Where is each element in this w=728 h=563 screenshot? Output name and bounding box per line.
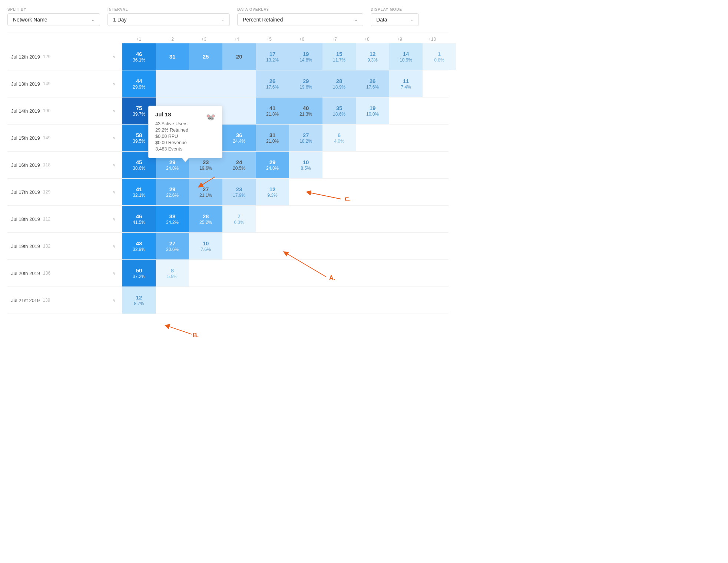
data-cell[interactable] <box>423 233 456 259</box>
row-expand-chevron-icon[interactable]: ∨ <box>113 109 116 113</box>
data-cell[interactable] <box>222 233 256 259</box>
data-cell[interactable]: 2721.1% <box>189 179 222 205</box>
data-cell[interactable]: 2720.6% <box>156 233 189 259</box>
row-expand-chevron-icon[interactable]: ∨ <box>113 82 116 86</box>
data-cell[interactable] <box>222 70 256 97</box>
data-cell[interactable] <box>189 287 222 314</box>
data-cell[interactable]: 128.7% <box>122 287 156 314</box>
row-expand-chevron-icon[interactable]: ∨ <box>113 217 116 222</box>
data-cell[interactable] <box>423 125 456 151</box>
data-cell[interactable] <box>256 260 289 287</box>
data-cell[interactable]: 2922.6% <box>156 179 189 205</box>
data-cell[interactable] <box>389 179 423 205</box>
data-cell[interactable] <box>389 233 423 259</box>
row-expand-chevron-icon[interactable]: ∨ <box>113 244 116 249</box>
data-cell[interactable] <box>389 206 423 232</box>
data-cell[interactable]: 2617.6% <box>256 70 289 97</box>
row-expand-chevron-icon[interactable]: ∨ <box>113 54 116 59</box>
data-cell[interactable] <box>289 233 322 259</box>
data-cell[interactable]: 5037.2% <box>122 260 156 287</box>
data-cell[interactable] <box>423 152 456 178</box>
data-cell[interactable] <box>289 206 322 232</box>
data-cell[interactable] <box>322 260 356 287</box>
data-cell[interactable]: 4636.1% <box>122 43 156 70</box>
data-cell[interactable] <box>389 97 423 124</box>
data-cell[interactable]: 2420.5% <box>222 152 256 178</box>
data-cell[interactable]: 10.8% <box>423 43 456 70</box>
data-cell[interactable]: 85.9% <box>156 260 189 287</box>
overlay-dropdown[interactable]: Percent Retained ⌄ <box>237 13 363 26</box>
data-cell[interactable] <box>156 287 189 314</box>
interval-dropdown[interactable]: 1 Day ⌄ <box>107 13 230 26</box>
data-cell[interactable] <box>256 233 289 259</box>
data-cell[interactable]: 4332.9% <box>122 233 156 259</box>
data-cell[interactable] <box>322 233 356 259</box>
data-cell[interactable]: 64.0% <box>322 125 356 151</box>
data-cell[interactable]: 107.6% <box>189 233 222 259</box>
data-cell[interactable] <box>289 260 322 287</box>
data-cell[interactable]: 3121.0% <box>256 125 289 151</box>
data-cell[interactable]: 1914.8% <box>289 43 322 70</box>
data-cell[interactable] <box>423 260 456 287</box>
data-cell[interactable] <box>189 70 222 97</box>
data-cell[interactable]: 4132.1% <box>122 179 156 205</box>
data-cell[interactable] <box>189 260 222 287</box>
data-cell[interactable]: 117.4% <box>389 70 423 97</box>
data-cell[interactable]: 108.5% <box>289 152 322 178</box>
data-cell[interactable] <box>322 287 356 314</box>
data-cell[interactable] <box>356 206 389 232</box>
data-cell[interactable] <box>322 152 356 178</box>
data-cell[interactable]: 129.3% <box>356 43 389 70</box>
data-cell[interactable] <box>423 70 456 97</box>
data-cell[interactable]: 1511.7% <box>322 43 356 70</box>
data-cell[interactable] <box>389 260 423 287</box>
data-cell[interactable] <box>356 287 389 314</box>
row-expand-chevron-icon[interactable]: ∨ <box>113 163 116 168</box>
data-cell[interactable]: 2317.9% <box>222 179 256 205</box>
data-cell[interactable] <box>423 287 456 314</box>
data-cell[interactable] <box>389 125 423 151</box>
row-expand-chevron-icon[interactable]: ∨ <box>113 190 116 195</box>
data-cell[interactable] <box>423 179 456 205</box>
data-cell[interactable] <box>389 152 423 178</box>
data-cell[interactable]: 76.3% <box>222 206 256 232</box>
data-cell[interactable]: 4121.8% <box>256 97 289 124</box>
data-cell[interactable]: 2825.2% <box>189 206 222 232</box>
data-cell[interactable]: 2924.8% <box>256 152 289 178</box>
row-expand-chevron-icon[interactable]: ∨ <box>113 298 116 303</box>
data-cell[interactable] <box>156 70 189 97</box>
data-cell[interactable]: 2818.9% <box>322 70 356 97</box>
data-cell[interactable]: 1410.9% <box>389 43 423 70</box>
data-cell[interactable]: 2617.6% <box>356 70 389 97</box>
data-cell[interactable]: 4021.3% <box>289 97 322 124</box>
data-cell[interactable] <box>356 260 389 287</box>
data-cell[interactable] <box>222 287 256 314</box>
data-cell[interactable]: 20 <box>222 43 256 70</box>
data-cell[interactable]: 2718.2% <box>289 125 322 151</box>
data-cell[interactable]: 3834.2% <box>156 206 189 232</box>
data-cell[interactable]: 4429.9% <box>122 70 156 97</box>
data-cell[interactable]: 4641.5% <box>122 206 156 232</box>
data-cell[interactable] <box>322 206 356 232</box>
data-cell[interactable]: 3518.6% <box>322 97 356 124</box>
data-cell[interactable] <box>256 287 289 314</box>
data-cell[interactable] <box>256 206 289 232</box>
data-cell[interactable] <box>356 179 389 205</box>
data-cell[interactable] <box>389 287 423 314</box>
data-cell[interactable]: 3624.4% <box>222 125 256 151</box>
row-expand-chevron-icon[interactable]: ∨ <box>113 271 116 276</box>
data-cell[interactable]: 1910.0% <box>356 97 389 124</box>
split-by-dropdown[interactable]: Network Name ⌄ <box>7 13 100 26</box>
data-cell[interactable]: 129.3% <box>256 179 289 205</box>
data-cell[interactable] <box>222 97 256 124</box>
data-cell[interactable] <box>423 206 456 232</box>
data-cell[interactable] <box>289 287 322 314</box>
data-cell[interactable] <box>356 233 389 259</box>
data-cell[interactable] <box>356 152 389 178</box>
data-cell[interactable] <box>423 97 456 124</box>
data-cell[interactable] <box>356 125 389 151</box>
data-cell[interactable] <box>289 179 322 205</box>
display-dropdown[interactable]: Data ⌄ <box>371 13 419 26</box>
row-expand-chevron-icon[interactable]: ∨ <box>113 136 116 140</box>
data-cell[interactable]: 25 <box>189 43 222 70</box>
